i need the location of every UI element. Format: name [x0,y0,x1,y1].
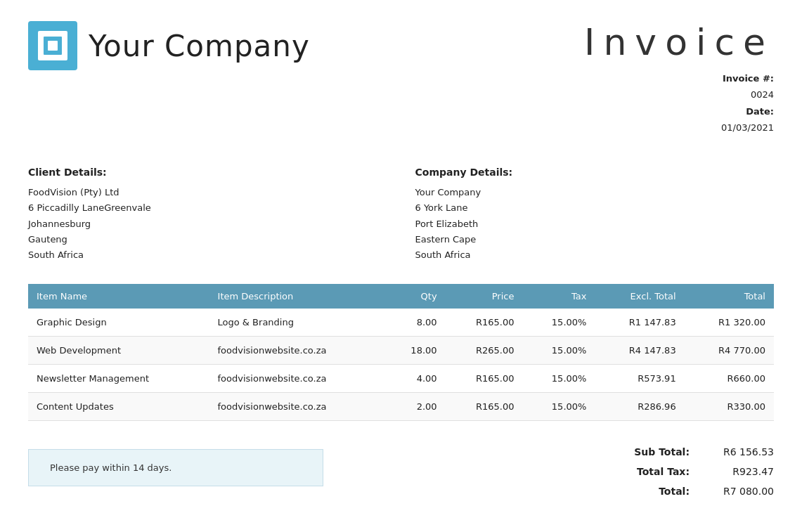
company-province: Eastern Cape [415,232,775,247]
cell-total: R660.00 [685,364,774,392]
table-row: Content Updates foodvisionwebsite.co.za … [28,392,774,420]
cell-excl-total: R1 147.83 [595,309,684,337]
client-details-title: Client Details: [28,164,387,181]
table-row: Newsletter Management foodvisionwebsite.… [28,364,774,392]
invoice-title: Invoice [584,21,774,63]
cell-qty: 8.00 [385,309,446,337]
cell-tax: 15.00% [522,336,595,364]
table-header-row: Item Name Item Description Qty Price Tax… [28,284,774,309]
company-city: Port Elizabeth [415,216,775,232]
client-country: South Africa [28,247,387,263]
cell-item-description: foodvisionwebsite.co.za [209,364,385,392]
col-item-name: Item Name [28,284,209,309]
cell-tax: 15.00% [522,392,595,420]
invoice-table: Item Name Item Description Qty Price Tax… [28,284,774,421]
invoice-title-area: Invoice Invoice #: 0024 Date: 01/03/2021 [584,21,774,136]
invoice-number: 0024 [751,89,774,100]
sub-total-value: R6 156.53 [704,442,774,462]
cell-price: R165.00 [446,309,523,337]
cell-item-name: Graphic Design [28,309,209,337]
invoice-number-label: Invoice #: [723,73,774,84]
cell-tax: 15.00% [522,309,595,337]
cell-qty: 18.00 [385,336,446,364]
cell-price: R265.00 [446,336,523,364]
cell-total: R1 320.00 [685,309,774,337]
client-name: FoodVision (Pty) Ltd [28,185,387,200]
sub-total-row: Sub Total: R6 156.53 [619,442,774,462]
col-tax: Tax [522,284,595,309]
invoice-date: 01/03/2021 [721,122,774,133]
cell-item-description: Logo & Branding [209,309,385,337]
total-tax-label: Total Tax: [619,462,690,481]
invoice-meta: Invoice #: 0024 Date: 01/03/2021 [584,70,774,136]
cell-item-description: foodvisionwebsite.co.za [209,392,385,420]
cell-qty: 2.00 [385,392,446,420]
client-province: Gauteng [28,232,387,247]
cell-excl-total: R573.91 [595,364,684,392]
svg-rect-3 [48,41,58,51]
cell-item-description: foodvisionwebsite.co.za [209,336,385,364]
company-details-title: Company Details: [415,164,775,181]
totals-section: Sub Total: R6 156.53 Total Tax: R923.47 … [619,442,774,501]
total-tax-row: Total Tax: R923.47 [619,462,774,481]
total-label: Total: [619,481,690,501]
company-address1: 6 York Lane [415,200,775,216]
details-section: Client Details: FoodVision (Pty) Ltd 6 P… [28,164,774,263]
invoice-header: Your Company Invoice Invoice #: 0024 Dat… [28,21,774,136]
company-country: South Africa [415,247,775,263]
col-price: Price [446,284,523,309]
col-total: Total [685,284,774,309]
col-excl-total: Excl. Total [595,284,684,309]
cell-total: R4 770.00 [685,336,774,364]
cell-tax: 15.00% [522,364,595,392]
col-item-description: Item Description [209,284,385,309]
sub-total-label: Sub Total: [619,442,690,462]
total-tax-value: R923.47 [704,462,774,481]
payment-note: Please pay within 14 days. [28,449,323,486]
client-city: Johannesburg [28,216,387,232]
cell-price: R165.00 [446,364,523,392]
company-details-col: Company Details: Your Company 6 York Lan… [415,164,775,263]
company-name-header: Your Company [89,29,310,63]
cell-total: R330.00 [685,392,774,420]
logo-area: Your Company [28,21,310,70]
cell-qty: 4.00 [385,364,446,392]
table-row: Graphic Design Logo & Branding 8.00 R165… [28,309,774,337]
total-value: R7 080.00 [704,481,774,501]
date-label: Date: [746,106,774,117]
client-address1: 6 Piccadilly LaneGreenvale [28,200,387,216]
cell-item-name: Content Updates [28,392,209,420]
cell-excl-total: R4 147.83 [595,336,684,364]
cell-price: R165.00 [446,392,523,420]
company-logo-icon [28,21,77,70]
table-row: Web Development foodvisionwebsite.co.za … [28,336,774,364]
cell-excl-total: R286.96 [595,392,684,420]
cell-item-name: Newsletter Management [28,364,209,392]
footer-area: Please pay within 14 days. Sub Total: R6… [28,442,774,501]
company-name: Your Company [415,185,775,200]
client-details-col: Client Details: FoodVision (Pty) Ltd 6 P… [28,164,387,263]
cell-item-name: Web Development [28,336,209,364]
col-qty: Qty [385,284,446,309]
grand-total-row: Total: R7 080.00 [619,481,774,501]
